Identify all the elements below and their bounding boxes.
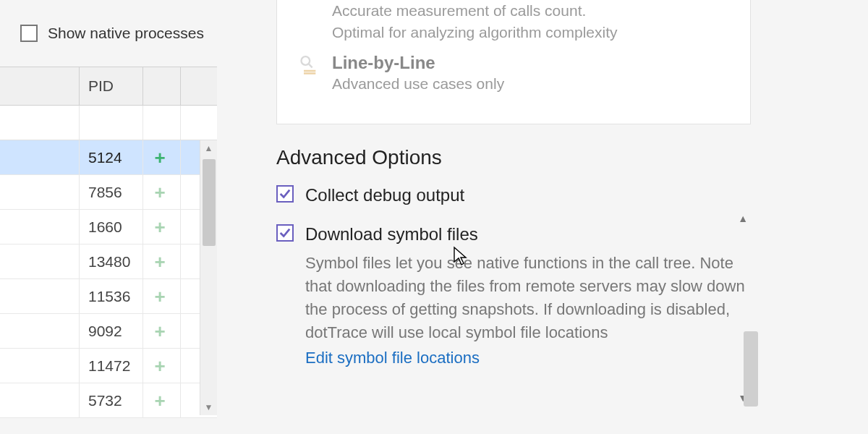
- process-name-cell: [0, 244, 80, 278]
- collect-debug-output-checkbox[interactable]: [276, 185, 294, 203]
- plus-icon: +: [152, 150, 168, 166]
- edit-symbol-file-locations-link[interactable]: Edit symbol file locations: [305, 349, 480, 367]
- tracing-icon: [299, 3, 319, 23]
- process-name-cell: [0, 175, 80, 209]
- table-row[interactable]: 5732+: [0, 383, 217, 418]
- process-pid-cell: 5732: [80, 383, 143, 417]
- options-scrollbar[interactable]: [744, 0, 758, 434]
- svg-point-0: [302, 56, 310, 65]
- process-name-cell: [0, 140, 80, 174]
- column-header-scroll-gutter: [181, 67, 217, 105]
- show-native-processes-label: Show native processes: [48, 25, 204, 42]
- process-name-cell: [0, 383, 80, 417]
- process-pid-cell: 9092: [80, 314, 143, 348]
- attach-button[interactable]: +: [143, 175, 181, 209]
- process-name-cell: [0, 279, 80, 313]
- process-grid-scrollbar[interactable]: ▲ ▼: [200, 140, 217, 415]
- filter-pid-input[interactable]: [80, 106, 143, 140]
- column-header-action: [143, 67, 181, 105]
- line-by-line-desc: Advanced use cases only: [332, 73, 504, 95]
- attach-button[interactable]: +: [143, 140, 181, 174]
- column-header-pid[interactable]: PID: [80, 67, 143, 105]
- plus-icon: +: [152, 393, 168, 409]
- process-pid-cell: 13480: [80, 244, 143, 278]
- attach-button[interactable]: +: [143, 210, 181, 244]
- process-grid-header: PID: [0, 67, 217, 106]
- process-pid-cell: 11536: [80, 279, 143, 313]
- attach-button[interactable]: +: [143, 383, 181, 417]
- options-scroll-thumb[interactable]: [744, 331, 758, 407]
- plus-icon: +: [152, 358, 168, 374]
- process-name-cell: [0, 314, 80, 348]
- table-row[interactable]: 5124+: [0, 140, 217, 175]
- plus-icon: +: [152, 289, 168, 305]
- plus-icon: +: [152, 323, 168, 339]
- show-native-processes-checkbox[interactable]: [20, 25, 38, 42]
- plus-icon: +: [152, 184, 168, 200]
- line-by-line-title: Line-by-Line: [332, 53, 504, 73]
- process-grid-filter-row: [0, 106, 217, 140]
- process-name-cell: [0, 210, 80, 244]
- attach-button[interactable]: +: [143, 279, 181, 313]
- table-row[interactable]: 9092+: [0, 314, 217, 349]
- process-name-cell: [0, 349, 80, 383]
- download-symbol-files-label: Download symbol files: [305, 224, 478, 244]
- process-pid-cell: 7856: [80, 175, 143, 209]
- table-row[interactable]: 13480+: [0, 244, 217, 279]
- profiling-type-card: Accurate measurement of calls count. Opt…: [276, 0, 751, 124]
- profiling-mode-tracing[interactable]: Accurate measurement of calls count. Opt…: [299, 0, 728, 44]
- attach-button[interactable]: +: [143, 314, 181, 348]
- plus-icon: +: [152, 254, 168, 270]
- show-native-processes-row: Show native processes: [0, 20, 217, 46]
- tracing-desc-1: Accurate measurement of calls count.: [332, 0, 618, 22]
- download-symbol-files-row: Download symbol files Symbol files let y…: [276, 224, 751, 367]
- advanced-options-title: Advanced Options: [276, 146, 868, 169]
- tracing-desc-2: Optimal for analyzing algorithm complexi…: [332, 22, 618, 43]
- plus-icon: +: [152, 219, 168, 235]
- download-symbol-files-desc: Symbol files let you see native function…: [305, 252, 751, 344]
- process-list-pane: Show native processes PID 5124+7856+1660…: [0, 0, 217, 434]
- scroll-thumb[interactable]: [203, 159, 216, 246]
- process-pid-cell: 1660: [80, 210, 143, 244]
- attach-button[interactable]: +: [143, 349, 181, 383]
- column-header-name[interactable]: [0, 67, 80, 105]
- scroll-up-arrow-icon[interactable]: ▲: [200, 140, 217, 156]
- process-grid: PID 5124+7856+1660+13480+11536+9092+1147…: [0, 67, 217, 415]
- download-symbol-files-checkbox[interactable]: [276, 224, 294, 242]
- table-row[interactable]: 11472+: [0, 349, 217, 383]
- options-pane: Accurate measurement of calls count. Opt…: [217, 0, 868, 434]
- attach-button[interactable]: +: [143, 244, 181, 278]
- line-by-line-icon: [299, 56, 319, 76]
- table-row[interactable]: 1660+: [0, 210, 217, 244]
- table-row[interactable]: 7856+: [0, 175, 217, 210]
- collect-debug-output-row: Collect debug output: [276, 185, 751, 205]
- table-row[interactable]: 11536+: [0, 279, 217, 314]
- process-pid-cell: 11472: [80, 349, 143, 383]
- scroll-down-arrow-icon[interactable]: ▼: [200, 399, 217, 415]
- process-pid-cell: 5124: [80, 140, 143, 174]
- profiling-mode-line-by-line[interactable]: Line-by-Line Advanced use cases only: [299, 53, 728, 95]
- filter-name-input[interactable]: [0, 106, 80, 140]
- collect-debug-output-label: Collect debug output: [305, 185, 464, 205]
